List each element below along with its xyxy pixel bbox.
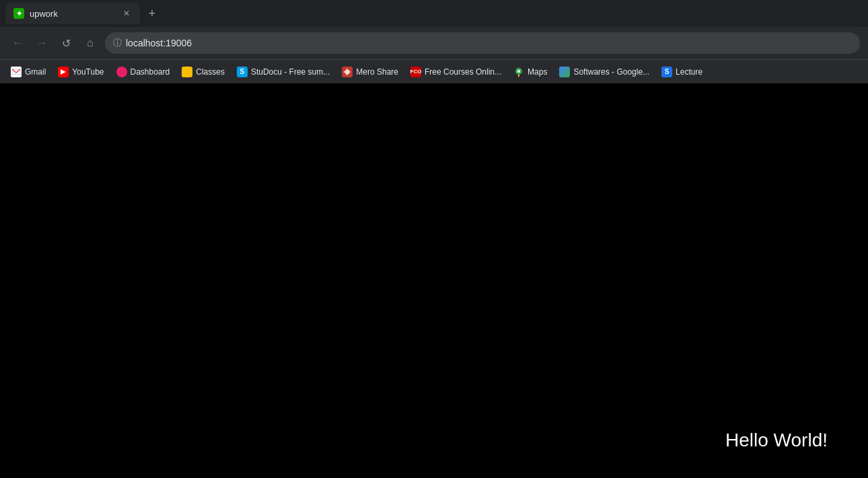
fco-icon: FCO: [410, 67, 421, 77]
bookmark-dashboard[interactable]: Dashboard: [111, 63, 176, 81]
dashboard-icon: [116, 67, 127, 77]
bookmark-youtube[interactable]: YouTube: [52, 63, 109, 81]
tab-bar: ✦ upwork ✕ +: [0, 0, 868, 27]
page-content: Hello World!: [0, 83, 868, 478]
youtube-bookmark-label: YouTube: [72, 67, 104, 77]
classes-icon: [182, 67, 192, 77]
close-tab-button[interactable]: ✕: [121, 8, 132, 19]
gmail-icon: [11, 67, 22, 77]
bookmark-studocu[interactable]: S StuDocu - Free sum...: [231, 63, 335, 81]
studocu-icon: S: [237, 67, 248, 77]
bookmark-mero[interactable]: Mero Share: [336, 63, 404, 81]
forward-button[interactable]: →: [32, 34, 51, 52]
dashboard-bookmark-label: Dashboard: [131, 67, 170, 77]
home-button[interactable]: ⌂: [81, 34, 100, 52]
maps-icon: [513, 67, 524, 77]
software-icon: [559, 67, 570, 77]
address-bar-row: ← → ↺ ⌂ ⓘ localhost:19006: [0, 27, 868, 59]
new-tab-button[interactable]: +: [143, 4, 161, 23]
fco-bookmark-label: Free Courses Onlin...: [425, 67, 501, 77]
maps-bookmark-label: Maps: [528, 67, 547, 77]
address-bar[interactable]: ⓘ localhost:19006: [105, 32, 860, 54]
refresh-button[interactable]: ↺: [57, 34, 75, 52]
bookmark-software[interactable]: Softwares - Google...: [554, 63, 655, 81]
bookmark-gmail[interactable]: Gmail: [5, 63, 51, 81]
active-tab[interactable]: ✦ upwork ✕: [5, 3, 140, 24]
classes-bookmark-label: Classes: [196, 67, 225, 77]
bookmark-lecture[interactable]: S Lecture: [656, 63, 708, 81]
bookmarks-bar: Gmail YouTube Dashboard Classes S StuDoc…: [0, 59, 868, 83]
svg-point-3: [517, 70, 520, 73]
back-button[interactable]: ←: [8, 34, 27, 52]
tab-favicon-upwork: ✦: [13, 8, 24, 19]
mero-bookmark-label: Mero Share: [356, 67, 398, 77]
studocu-bookmark-label: StuDocu - Free sum...: [251, 67, 330, 77]
address-bar-info-icon: ⓘ: [113, 37, 122, 49]
address-bar-url: localhost:19006: [126, 38, 852, 48]
bookmark-maps[interactable]: Maps: [508, 63, 552, 81]
lecture-bookmark-label: Lecture: [676, 67, 702, 77]
hello-world-text: Hello World!: [725, 430, 828, 451]
tab-title: upwork: [30, 9, 116, 19]
browser-chrome: ✦ upwork ✕ + ← → ↺ ⌂ ⓘ localhost:19006 G…: [0, 0, 868, 83]
software-bookmark-label: Softwares - Google...: [573, 67, 649, 77]
bookmark-fco[interactable]: FCO Free Courses Onlin...: [405, 63, 507, 81]
youtube-icon: [58, 67, 69, 77]
gmail-bookmark-label: Gmail: [25, 67, 46, 77]
bookmark-classes[interactable]: Classes: [176, 63, 230, 81]
mero-icon: [342, 67, 353, 77]
lecture-icon: S: [661, 67, 672, 77]
